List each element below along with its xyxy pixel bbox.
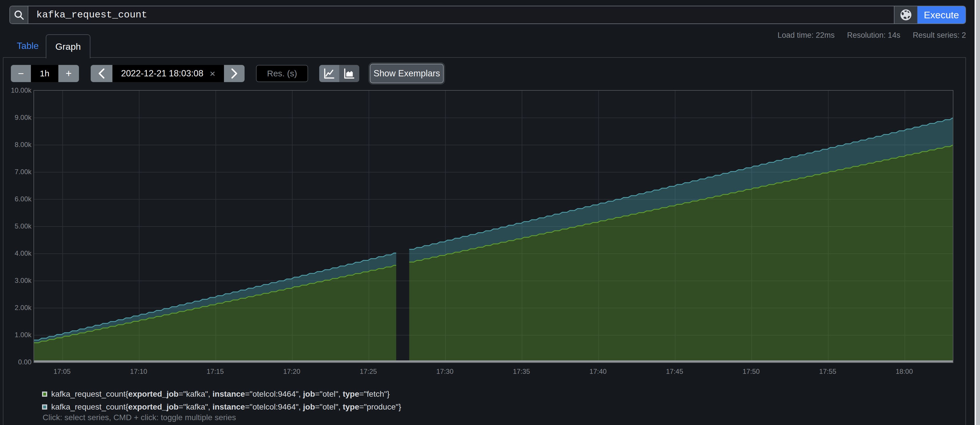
legend-series-label: kafka_request_count{exported_job="kafka"… — [51, 390, 390, 399]
legend-item[interactable]: kafka_request_count{exported_job="kafka"… — [42, 403, 401, 412]
legend: kafka_request_count{exported_job="kafka"… — [42, 390, 401, 415]
x-tick-label: 17:30 — [428, 368, 462, 376]
query-input[interactable] — [28, 6, 894, 24]
timezone-button[interactable] — [894, 6, 917, 24]
search-addon — [10, 6, 28, 24]
scrollbar-thumb[interactable] — [976, 0, 980, 425]
y-tick-label: 8.00k — [4, 141, 32, 149]
y-tick-label: 9.00k — [4, 113, 32, 121]
query-stats: Load time: 22ms Resolution: 14s Result s… — [767, 31, 966, 40]
x-tick-label: 17:35 — [504, 368, 539, 376]
legend-swatch — [42, 404, 47, 409]
y-tick-label: 0.00 — [4, 358, 32, 366]
scrollbar-track[interactable] — [975, 0, 980, 425]
globe-icon — [899, 8, 913, 21]
result-series: Result series: 2 — [913, 31, 966, 40]
x-tick-label: 18:00 — [887, 368, 921, 376]
y-tick-label: 4.00k — [4, 249, 32, 258]
tab-graph[interactable]: Graph — [46, 34, 91, 58]
legend-swatch — [42, 392, 47, 397]
tab-table[interactable]: Table — [10, 34, 46, 57]
y-tick-label: 10.00k — [4, 86, 32, 94]
x-tick-label: 17:45 — [657, 368, 692, 376]
legend-series-label: kafka_request_count{exported_job="kafka"… — [51, 403, 401, 412]
x-tick-label: 17:05 — [45, 368, 79, 376]
load-time: Load time: 22ms — [778, 31, 835, 40]
resolution: Resolution: 14s — [847, 31, 900, 40]
y-tick-label: 1.00k — [4, 331, 32, 339]
y-tick-label: 3.00k — [4, 277, 32, 285]
y-tick-label: 2.00k — [4, 304, 32, 312]
y-tick-label: 6.00k — [4, 195, 32, 203]
execute-button[interactable]: Execute — [917, 6, 966, 24]
x-tick-label: 17:20 — [275, 368, 309, 376]
legend-hint: Click: select series, CMD + click: toggl… — [43, 413, 236, 422]
x-tick-label: 17:55 — [811, 368, 845, 376]
x-tick-label: 17:50 — [734, 368, 768, 376]
x-tick-label: 17:10 — [122, 368, 156, 376]
legend-item[interactable]: kafka_request_count{exported_job="kafka"… — [42, 390, 401, 399]
x-tick-label: 17:15 — [198, 368, 232, 376]
chart-area: 0.001.00k2.00k3.00k4.00k5.00k6.00k7.00k8… — [3, 58, 966, 425]
search-icon — [13, 9, 25, 21]
graph-canvas[interactable] — [33, 90, 953, 363]
y-tick-label: 7.00k — [4, 168, 32, 176]
graph-panel: − + 2022-12-21 18:03:08 × — [3, 57, 966, 425]
x-tick-label: 17:40 — [581, 368, 615, 376]
y-tick-label: 5.00k — [4, 222, 32, 230]
query-bar: Execute — [10, 6, 966, 24]
x-tick-label: 17:25 — [351, 368, 386, 376]
